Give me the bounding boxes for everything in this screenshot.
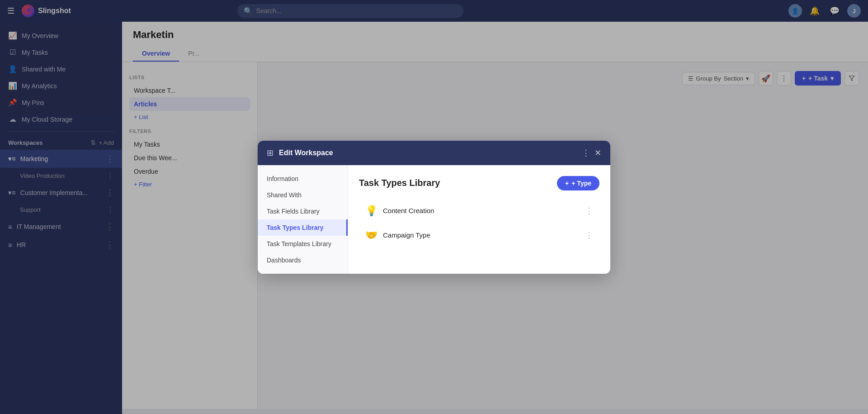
modal-more-button[interactable]: ⋮ xyxy=(582,148,590,158)
modal-title: Edit Workspace xyxy=(279,149,576,157)
edit-workspace-modal: ⊞ Edit Workspace ⋮ ✕ InformationShared W… xyxy=(258,141,610,274)
type-more-content-creation[interactable]: ⋮ xyxy=(585,206,593,216)
type-item-campaign-type: 🤝 Campaign Type ⋮ xyxy=(359,224,599,247)
modal-overlay[interactable]: ⊞ Edit Workspace ⋮ ✕ InformationShared W… xyxy=(0,0,868,414)
modal-header: ⊞ Edit Workspace ⋮ ✕ xyxy=(258,141,610,165)
modal-content: Task Types Library + + Type 💡 Content Cr… xyxy=(348,165,610,274)
modal-nav-shared-with[interactable]: Shared With xyxy=(258,187,348,203)
plus-icon: + xyxy=(565,180,569,187)
modal-content-title: Task Types Library xyxy=(359,178,557,188)
modal-header-actions: ⋮ ✕ xyxy=(582,148,601,158)
modal-nav-task-templates-library[interactable]: Task Templates Library xyxy=(258,236,348,252)
modal-nav-task-fields-library[interactable]: Task Fields Library xyxy=(258,203,348,219)
modal-nav-information[interactable]: Information xyxy=(258,171,348,187)
modal-content-header: Task Types Library + + Type xyxy=(359,176,599,190)
type-more-campaign-type[interactable]: ⋮ xyxy=(585,230,593,240)
modal-close-button[interactable]: ✕ xyxy=(594,148,601,158)
type-icon-campaign-type: 🤝 xyxy=(365,229,377,241)
modal-body: InformationShared WithTask Fields Librar… xyxy=(258,165,610,274)
type-label-campaign-type: Campaign Type xyxy=(383,231,580,239)
add-type-button[interactable]: + + Type xyxy=(557,176,599,190)
modal-sidebar: InformationShared WithTask Fields Librar… xyxy=(258,165,348,274)
modal-nav-dashboards[interactable]: Dashboards xyxy=(258,252,348,268)
type-icon-content-creation: 💡 xyxy=(365,205,377,217)
type-label-content-creation: Content Creation xyxy=(383,207,580,214)
modal-header-icon: ⊞ xyxy=(267,148,274,158)
type-item-content-creation: 💡 Content Creation ⋮ xyxy=(359,200,599,222)
type-list: 💡 Content Creation ⋮🤝 Campaign Type ⋮ xyxy=(359,200,599,247)
modal-nav-task-types-library[interactable]: Task Types Library xyxy=(258,219,348,236)
